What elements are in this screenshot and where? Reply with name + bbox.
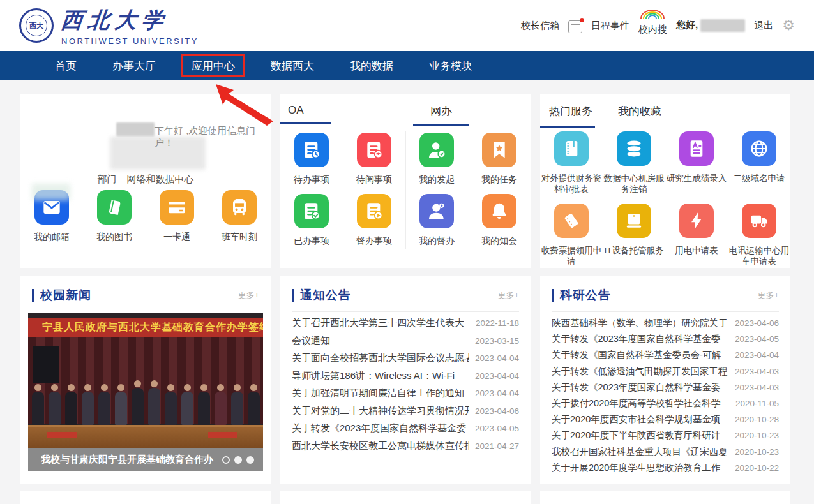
app-tile-label: 我的发起: [406, 174, 467, 185]
service-tile[interactable]: 电讯运输中心用车申请表: [728, 204, 790, 267]
service-tile[interactable]: 数据中心机房服务注销: [603, 131, 665, 195]
gear-icon[interactable]: ⚙: [782, 19, 795, 33]
nav-item[interactable]: 办事大厅: [94, 51, 174, 80]
research-item[interactable]: 关于2020年度下半年陕西省教育厅科研计 2020-10-23: [552, 429, 779, 445]
wangban-apps: 我的发起 我的任务 我的督办: [405, 133, 531, 255]
schedule-link[interactable]: 日程事件: [591, 20, 629, 32]
notice-item[interactable]: 关于召开西北大学第三十四次学生代表大 2022-11-18: [292, 317, 519, 335]
service-tile[interactable]: 收费票据领用申请: [540, 204, 603, 267]
app-tile[interactable]: 班车时刻: [208, 190, 271, 242]
department-label: 部门: [98, 174, 117, 184]
notice-title: 关于加强清明节期间廉洁自律工作的通知: [292, 387, 469, 399]
app-tile[interactable]: 待办事项: [280, 133, 343, 185]
service-tile[interactable]: 二级域名申请: [728, 131, 790, 195]
app-tile[interactable]: 一卡通: [146, 190, 208, 242]
section-title: 科研公告: [560, 287, 611, 304]
notice-item[interactable]: 西北大学长安校区教工公寓电梯媒体宣传报 2021-04-27: [292, 440, 519, 458]
research-item[interactable]: 关于转发《国家自然科学基金委员会-可解 2023-04-04: [552, 349, 779, 365]
carousel-dot[interactable]: [246, 456, 254, 464]
tab-hot-services[interactable]: 热门服务: [540, 94, 595, 128]
notice-item[interactable]: 导师讲坛第186讲：Wireless AI：Wi-Fi 2023-04-04: [292, 370, 519, 388]
service-tile-label: 收费票据领用申请: [541, 245, 602, 267]
app-tile[interactable]: 督办事项: [343, 194, 405, 246]
notebook-icon: [554, 131, 589, 166]
app-tile[interactable]: 已办事项: [280, 194, 343, 246]
book-icon: [97, 190, 132, 225]
nav-item[interactable]: 数据西大: [253, 51, 332, 80]
notice-item[interactable]: 关于面向全校招募西北大学国际会议志愿者 2023-04-04: [292, 352, 519, 370]
app-tile-label: 我的邮箱: [21, 232, 82, 242]
service-tile-label: 数据中心机房服务注销: [603, 173, 665, 195]
nav-item[interactable]: 首页: [37, 51, 94, 80]
notice-title: 关于召开西北大学第三十四次学生代表大: [292, 317, 469, 329]
service-tile-label: 用电申请表: [666, 245, 727, 256]
app-tile[interactable]: 我的知会: [468, 194, 531, 246]
app-tile-label: 待阅事项: [343, 174, 405, 185]
app-tile[interactable]: 我的督办: [405, 194, 468, 246]
notice-card: 通知公告 更多+ 关于召开西北大学第三十四次学生代表大 2022-11-18 会…: [280, 276, 531, 484]
notice-date: 2023-04-04: [475, 389, 519, 398]
notice-item[interactable]: 关于加强清明节期间廉洁自律工作的通知 2023-04-04: [292, 387, 519, 405]
seal-text: 西大: [26, 15, 47, 36]
divider: [552, 311, 779, 312]
research-item[interactable]: 关于2020年度西安市社会科学规划基金项 2020-10-28: [552, 413, 779, 429]
photo-banner-text: 宁县人民政府与西北大学基础教育合作办学签约: [28, 318, 263, 337]
service-tile-label: 研究生成绩录入: [666, 173, 727, 184]
university-name-cn: 西北大学: [60, 6, 200, 35]
truck-icon: [742, 204, 776, 238]
notice-date: 2023-04-04: [475, 371, 519, 381]
main-nav: 首页 办事大厅 应用中心 数据西大 我的数据 业务模块: [0, 51, 814, 80]
notice-item[interactable]: 关于转发《2023年度国家自然科学基金委 2023-04-05: [292, 422, 519, 440]
person-ring-icon: [419, 194, 454, 228]
research-item[interactable]: 我校召开国家社科基金重大项目《辽宋西夏 2020-10-23: [552, 446, 779, 462]
carousel-dot[interactable]: [234, 456, 242, 464]
nav-item-label: 我的数据: [350, 59, 393, 73]
research-title: 关于转发《国家自然科学基金委员会-可解: [552, 349, 728, 361]
research-item[interactable]: 关于开展2020年度学生思想政治教育工作 2020-10-22: [552, 462, 779, 478]
nav-item[interactable]: 应用中心: [174, 51, 253, 80]
news-caption[interactable]: 我校与甘肃庆阳宁县开展基础教育合作办: [41, 454, 222, 466]
more-link[interactable]: 更多+: [497, 290, 519, 301]
service-tile[interactable]: 对外提供财务资料审批表: [540, 131, 603, 195]
more-link[interactable]: 更多+: [237, 290, 259, 301]
service-tile[interactable]: 用电申请表: [665, 204, 728, 267]
notice-item[interactable]: 会议通知 2023-03-15: [292, 335, 519, 353]
news-photo[interactable]: 宁县人民政府与西北大学基础教育合作办学签约: [28, 313, 263, 448]
research-item[interactable]: 关于转发《2023年度国家自然科学基金委 2023-04-05: [552, 333, 779, 349]
research-title: 关于转发《低渗透油气田勘探开发国家工程: [552, 366, 728, 378]
app-tile[interactable]: 我的任务: [468, 133, 531, 185]
notice-item[interactable]: 关于对党的二十大精神传达学习贯彻情况开 2023-04-06: [292, 405, 519, 423]
research-item[interactable]: 关于拨付2020年度高等学校哲学社会科学 2020-11-05: [552, 397, 779, 413]
research-card: 科研公告 更多+ 陕西基础科学（数学、物理学）研究院关于 2023-04-06 …: [540, 276, 790, 484]
notice-title: 西北大学长安校区教工公寓电梯媒体宣传报: [292, 440, 469, 452]
notice-date: 2022-11-18: [476, 318, 519, 328]
tab-my-favorites[interactable]: 我的收藏: [618, 94, 661, 128]
nav-item[interactable]: 业务模块: [411, 51, 490, 80]
carousel-dots: [222, 456, 254, 464]
president-mailbox-link[interactable]: 校长信箱: [521, 20, 559, 32]
research-item[interactable]: 关于转发《低渗透油气田勘探开发国家工程 2023-04-03: [552, 366, 779, 382]
nav-item-label: 应用中心: [192, 59, 235, 73]
doc-check-icon: [294, 194, 329, 228]
campus-search-link[interactable]: 校内搜: [638, 16, 667, 36]
more-link[interactable]: 更多+: [757, 290, 779, 301]
research-item[interactable]: 陕西基础科学（数学、物理学）研究院关于 2023-04-06: [552, 317, 779, 333]
tab-wangban[interactable]: 网办: [413, 94, 469, 126]
service-tile[interactable]: 研究生成绩录入: [665, 131, 728, 195]
news-caption-bar: 我校与甘肃庆阳宁县开展基础教育合作办: [28, 448, 263, 471]
service-tile[interactable]: IT设备托管服务: [603, 204, 665, 267]
research-title: 关于拨付2020年度高等学校哲学社会科学: [552, 397, 729, 410]
photo-table: [28, 425, 263, 448]
nav-item[interactable]: 我的数据: [332, 51, 411, 80]
app-tile[interactable]: 我的发起: [405, 133, 468, 185]
app-tile[interactable]: 待阅事项: [343, 133, 405, 185]
logout-link[interactable]: 退出: [754, 20, 773, 32]
redacted-signature: [32, 184, 70, 200]
service-tile-label: 电讯运输中心用车申请表: [728, 245, 790, 267]
research-item[interactable]: 关于转发《2023年度国家自然科学基金委 2023-04-03: [552, 382, 779, 397]
calendar-icon[interactable]: [568, 20, 582, 33]
tab-oa[interactable]: OA: [280, 94, 331, 124]
vertical-divider: [405, 131, 406, 249]
carousel-dot[interactable]: [222, 456, 230, 464]
app-tile[interactable]: 我的图书: [83, 190, 146, 242]
